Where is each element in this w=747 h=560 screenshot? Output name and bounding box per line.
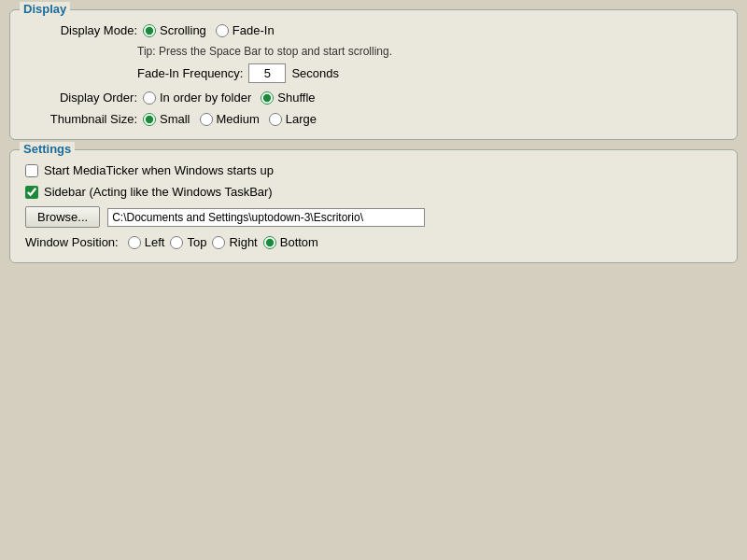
fadein-input[interactable] [248,63,286,83]
sidebar-checkbox[interactable] [25,186,38,199]
settings-section: Settings Start MediaTicker when Windows … [9,149,738,263]
display-mode-label: Display Mode: [25,23,137,37]
settings-section-title: Settings [20,142,75,156]
radio-medium[interactable]: Medium [200,112,260,126]
sidebar-label[interactable]: Sidebar (Acting like the Windows TaskBar… [44,185,273,199]
display-mode-row: Display Mode: Scrolling Fade-In [25,23,722,37]
radio-left[interactable]: Left [128,235,165,249]
tip-text: Tip: Press the Space Bar to stop and sta… [137,45,722,58]
radio-small[interactable]: Small [143,112,190,126]
window-position-row: Window Position: Left Top Right Bottom [25,235,722,249]
radio-scrolling-label: Scrolling [160,23,206,37]
display-order-row: Display Order: In order by folder Shuffl… [25,91,722,105]
radio-fadein[interactable]: Fade-In [216,23,275,37]
browse-button[interactable]: Browse... [25,206,100,228]
browse-row: Browse... [25,206,722,228]
display-section-title: Display [20,2,70,16]
display-mode-options: Scrolling Fade-In [143,23,275,37]
startup-checkbox-row: Start MediaTicker when Windows starts up [25,163,722,177]
fadein-unit: Seconds [291,66,339,80]
window-position-label: Window Position: [25,235,119,249]
radio-inorder-label: In order by folder [160,91,251,105]
radio-top[interactable]: Top [170,235,206,249]
radio-small-label: Small [160,112,190,126]
radio-large[interactable]: Large [269,112,317,126]
radio-left-label: Left [145,235,165,249]
thumbnail-size-row: Thumbnail Size: Small Medium Large [25,112,722,126]
radio-right-label: Right [229,235,257,249]
startup-label[interactable]: Start MediaTicker when Windows starts up [44,163,274,177]
radio-bottom-label: Bottom [280,235,318,249]
display-section: Display Display Mode: Scrolling Fade-In … [9,9,738,140]
fadein-row: Fade-In Frequency: Seconds [137,63,722,83]
radio-fadein-label: Fade-In [233,23,275,37]
radio-shuffle-label: Shuffle [277,91,315,105]
sidebar-checkbox-row: Sidebar (Acting like the Windows TaskBar… [25,185,722,199]
radio-medium-label: Medium [217,112,260,126]
radio-top-label: Top [187,235,206,249]
display-order-options: In order by folder Shuffle [143,91,316,105]
startup-checkbox[interactable] [25,164,38,177]
radio-scrolling[interactable]: Scrolling [143,23,206,37]
thumbnail-size-options: Small Medium Large [143,112,317,126]
radio-right[interactable]: Right [212,235,257,249]
radio-large-label: Large [286,112,317,126]
path-input[interactable] [107,208,425,227]
radio-inorder[interactable]: In order by folder [143,91,251,105]
display-order-label: Display Order: [25,91,137,105]
fadein-label: Fade-In Frequency: [137,66,243,80]
thumbnail-size-label: Thumbnail Size: [25,112,137,126]
radio-shuffle[interactable]: Shuffle [261,91,315,105]
radio-bottom[interactable]: Bottom [263,235,318,249]
